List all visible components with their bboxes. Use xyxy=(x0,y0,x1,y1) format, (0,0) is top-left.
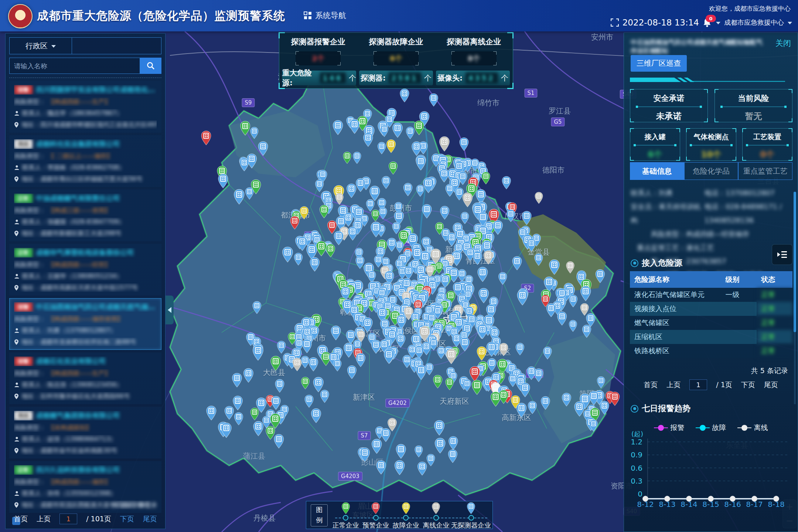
map-marker[interactable] xyxy=(416,365,426,380)
map-marker[interactable] xyxy=(522,211,531,225)
pagination-page-input[interactable]: 1 xyxy=(689,379,707,390)
map-marker[interactable] xyxy=(549,260,559,274)
map-marker[interactable] xyxy=(347,366,356,379)
map-marker[interactable] xyxy=(447,233,456,246)
map-marker[interactable] xyxy=(387,238,396,251)
map-marker[interactable] xyxy=(460,337,469,351)
map-marker[interactable] xyxy=(241,121,250,135)
map-marker[interactable] xyxy=(376,460,386,474)
table-row[interactable]: 视频接入点位正常 xyxy=(630,302,792,316)
fullscreen-icon[interactable] xyxy=(611,18,619,27)
map-marker[interactable] xyxy=(368,271,376,283)
map-marker[interactable] xyxy=(440,169,449,182)
map-marker[interactable] xyxy=(423,178,434,193)
map-marker[interactable] xyxy=(498,272,507,284)
notifications-button[interactable]: 0 xyxy=(703,18,712,27)
map-marker[interactable] xyxy=(364,133,373,147)
map-marker[interactable] xyxy=(478,267,488,282)
map-marker[interactable] xyxy=(546,303,556,317)
map-marker[interactable] xyxy=(589,391,599,405)
map-marker[interactable] xyxy=(316,180,324,192)
map-marker[interactable] xyxy=(371,340,381,353)
map-marker[interactable] xyxy=(382,176,391,189)
pagination-prev[interactable]: 上页 xyxy=(666,380,681,390)
pagination-first[interactable]: 首页 xyxy=(644,380,658,390)
map-marker[interactable] xyxy=(370,186,380,201)
map-marker[interactable] xyxy=(277,341,286,353)
map-marker[interactable] xyxy=(333,120,342,135)
map-marker[interactable] xyxy=(301,356,309,368)
map-marker[interactable] xyxy=(516,343,524,355)
map-marker[interactable] xyxy=(543,347,552,359)
map-marker[interactable] xyxy=(499,343,508,356)
map-marker[interactable] xyxy=(326,244,335,257)
map-marker[interactable] xyxy=(581,286,591,301)
tab-2[interactable]: 重点监管工艺 xyxy=(738,162,792,180)
map-marker[interactable] xyxy=(384,349,394,364)
map-marker[interactable] xyxy=(482,172,490,184)
map-marker[interactable] xyxy=(381,429,390,442)
table-row[interactable]: 燃气储罐区正常 xyxy=(630,316,792,330)
map-marker[interactable] xyxy=(366,200,374,211)
map-marker[interactable] xyxy=(253,301,261,314)
nav-system-menu[interactable]: 系统导航 xyxy=(304,10,346,21)
map-marker[interactable] xyxy=(446,378,454,390)
map-marker[interactable] xyxy=(416,156,425,170)
map-marker[interactable] xyxy=(473,251,482,265)
map-marker[interactable] xyxy=(534,369,543,382)
map-marker[interactable] xyxy=(516,403,526,417)
map-marker[interactable] xyxy=(440,137,450,151)
map-marker[interactable] xyxy=(574,402,584,416)
map-marker[interactable] xyxy=(233,396,243,410)
map-marker[interactable] xyxy=(415,346,423,358)
pagination-prev[interactable]: 上页 xyxy=(37,514,51,524)
map-marker[interactable] xyxy=(353,152,361,164)
map-marker[interactable] xyxy=(610,392,620,406)
map-marker[interactable] xyxy=(301,377,309,389)
map-marker[interactable] xyxy=(422,204,432,218)
enterprise-list-item[interactable]: 正常中油成都燃气有限责任公司风险类型：【构成三级——使用】联系人：张建国（028… xyxy=(9,190,161,241)
current-org[interactable]: 成都市应急救援中心 xyxy=(724,18,784,27)
pagination-next[interactable]: 下页 xyxy=(741,380,755,390)
map-marker[interactable] xyxy=(535,192,543,204)
map-marker[interactable] xyxy=(294,253,302,265)
map-marker[interactable] xyxy=(395,460,405,475)
map-marker[interactable] xyxy=(452,334,461,347)
map-marker[interactable] xyxy=(448,450,457,463)
map-marker[interactable] xyxy=(307,244,317,259)
map-marker[interactable] xyxy=(350,119,359,134)
pagination-page-input[interactable]: 1 xyxy=(59,514,77,524)
enterprise-list-item[interactable]: 离线成都燃气集团股份有限公司风险类型：【未构成级别】联系人：赵强（1398066… xyxy=(9,407,161,458)
map-marker[interactable] xyxy=(416,185,424,197)
map-marker[interactable] xyxy=(266,426,275,440)
map-marker[interactable] xyxy=(356,256,364,269)
map-marker[interactable] xyxy=(541,396,550,409)
map-marker[interactable] xyxy=(493,221,503,235)
map-marker[interactable] xyxy=(381,125,388,137)
map-marker[interactable] xyxy=(597,376,605,388)
map-marker[interactable] xyxy=(596,269,604,283)
map-marker[interactable] xyxy=(463,192,472,207)
map-marker[interactable] xyxy=(275,379,284,392)
map-marker[interactable] xyxy=(311,409,321,423)
map-marker[interactable] xyxy=(566,262,574,273)
enterprise-list-item[interactable]: 正常成都华气厚普机电设备股份公司风险类型：【构成四级——经营】联系人：王丽华（1… xyxy=(9,244,161,296)
pagination-first[interactable]: 首页 xyxy=(14,514,28,524)
map-marker[interactable] xyxy=(446,349,456,364)
map-marker[interactable] xyxy=(348,227,357,241)
map-marker[interactable] xyxy=(218,174,228,188)
map-marker[interactable] xyxy=(396,334,405,347)
pagination-last[interactable]: 尾页 xyxy=(143,514,157,524)
enterprise-list-item[interactable]: 报警中石油西南油气田公司成都天然气储配站风险类型：【构成四级——储存使用】联系人… xyxy=(9,298,161,350)
3d-tour-button[interactable]: 三维厂区巡查 xyxy=(631,55,687,72)
map-marker[interactable] xyxy=(374,255,382,267)
map-marker[interactable] xyxy=(527,239,536,252)
map-marker[interactable] xyxy=(520,383,530,397)
map-marker[interactable] xyxy=(388,418,397,431)
map-marker[interactable] xyxy=(250,127,258,139)
map-marker[interactable] xyxy=(302,339,311,353)
map-marker[interactable] xyxy=(396,241,403,253)
table-row[interactable]: 压缩机区正常 xyxy=(630,330,792,344)
map-marker[interactable] xyxy=(470,366,480,381)
enterprise-list-item[interactable]: 报警四川西陇荣宇实业有限公司成都危化品仓储分公司风险类型：【构成四级——生产】联… xyxy=(9,81,161,133)
